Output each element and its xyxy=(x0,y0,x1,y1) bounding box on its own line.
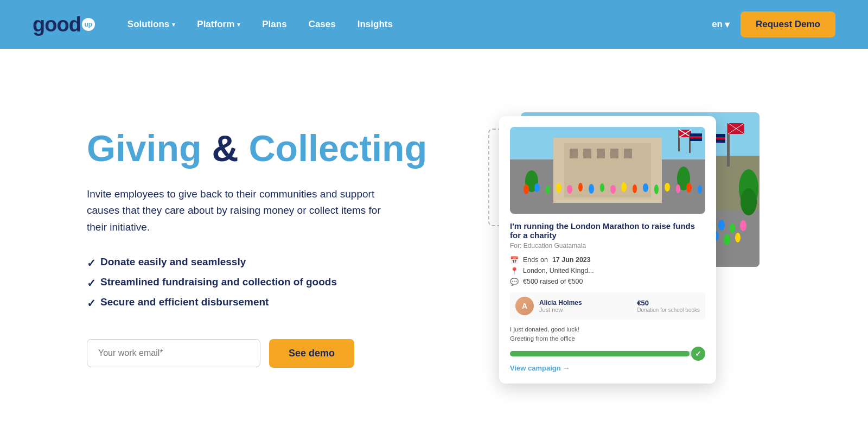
svg-point-105 xyxy=(643,183,648,192)
nav-label-plans: Plans xyxy=(262,19,286,30)
card-meta: 📅 Ends on 17 Jun 2023 📍 London, United K… xyxy=(510,256,705,286)
svg-rect-90 xyxy=(610,149,618,158)
donor-amount-section: €50 Donation for school books xyxy=(637,299,700,313)
svg-point-104 xyxy=(633,184,637,193)
nav-item-plans[interactable]: Plans xyxy=(262,19,286,30)
progress-check-icon: ✓ xyxy=(691,347,705,361)
hero-title-part1: Giving xyxy=(87,127,202,169)
location-icon: 📍 xyxy=(510,267,519,275)
donor-info: Alicia Holmes Just now xyxy=(539,299,631,313)
donor-avatar: A xyxy=(515,297,534,315)
hero-title-ampersand: & xyxy=(212,127,248,169)
left-content: Giving & Collecting Invite employees to … xyxy=(87,128,456,368)
nav-label-solutions: Solutions xyxy=(127,19,169,30)
right-content: I'm running the London Marathon to raise… xyxy=(499,112,760,384)
svg-point-95 xyxy=(534,183,540,192)
svg-point-106 xyxy=(654,184,659,194)
svg-point-102 xyxy=(610,185,616,194)
checkmark-text-2: Streamlined fundraising and collection o… xyxy=(100,273,337,291)
cta-row: See demo xyxy=(87,339,456,368)
logo[interactable]: goodup xyxy=(33,13,95,36)
svg-point-109 xyxy=(686,183,692,193)
svg-point-99 xyxy=(578,183,583,191)
nav-item-solutions[interactable]: Solutions ▾ xyxy=(127,19,175,30)
svg-rect-87 xyxy=(570,149,578,158)
progress-bar-fill xyxy=(510,351,690,356)
chevron-down-icon: ▾ xyxy=(172,21,175,28)
card-for-value: Education Guatamala xyxy=(524,242,586,250)
hero-title-part2: Collecting xyxy=(248,127,427,169)
logo-sup: up xyxy=(82,18,95,31)
card-location: London, United Kingd... xyxy=(523,267,594,274)
checkmark-item-1: ✓ Donate easily and seamlessly xyxy=(87,253,456,273)
checkmark-text-1: Donate easily and seamlessly xyxy=(100,253,246,271)
donation-row: A Alicia Holmes Just now €50 Donation fo… xyxy=(510,292,705,320)
language-selector[interactable]: en ▾ xyxy=(712,19,730,30)
svg-point-103 xyxy=(621,182,627,192)
svg-point-62 xyxy=(735,233,741,242)
checkmark-icon-1: ✓ xyxy=(87,253,96,273)
calendar-icon: 📅 xyxy=(510,256,519,264)
svg-point-41 xyxy=(718,220,725,231)
checkmark-text-3: Secure and efficient disbursement xyxy=(100,293,269,311)
donor-amount: €50 xyxy=(637,299,700,307)
checkmark-icon-2: ✓ xyxy=(87,273,96,293)
card-meta-raised: 💬 €500 raised of €500 xyxy=(510,278,705,286)
donor-time: Just now xyxy=(539,306,631,313)
donor-label: Donation for school books xyxy=(637,307,700,313)
nav-right: en ▾ Request Demo xyxy=(712,11,835,37)
card-campaign-title: I'm running the London Marathon to raise… xyxy=(510,221,705,240)
svg-point-97 xyxy=(556,183,561,193)
checkmark-item-2: ✓ Streamlined fundraising and collection… xyxy=(87,273,456,293)
svg-point-43 xyxy=(740,220,746,231)
main-content: Giving & Collecting Invite employees to … xyxy=(0,49,868,447)
chevron-down-icon: ▾ xyxy=(725,19,730,30)
greeting-text: I just donated, good luck! Greeting from… xyxy=(510,325,705,344)
nav-label-insights: Insights xyxy=(358,19,393,30)
campaign-card: I'm running the London Marathon to raise… xyxy=(499,116,716,384)
card-photo xyxy=(510,127,705,214)
card-ends-date: 17 Jun 2023 xyxy=(552,256,591,264)
see-demo-button[interactable]: See demo xyxy=(269,339,354,368)
svg-point-98 xyxy=(567,185,572,194)
svg-point-101 xyxy=(600,183,604,192)
svg-rect-88 xyxy=(583,149,591,158)
svg-point-42 xyxy=(730,224,735,233)
svg-point-100 xyxy=(589,184,594,194)
nav-item-cases[interactable]: Cases xyxy=(309,19,336,30)
card-meta-date: 📅 Ends on 17 Jun 2023 xyxy=(510,256,705,264)
nav-item-platform[interactable]: Platform ▾ xyxy=(197,19,240,30)
svg-point-108 xyxy=(676,184,680,193)
donor-name: Alicia Holmes xyxy=(539,299,631,306)
hero-title: Giving & Collecting xyxy=(87,128,456,169)
lang-label: en xyxy=(712,19,723,30)
greeting-line2: Greeting from the office xyxy=(510,335,575,342)
svg-point-61 xyxy=(724,234,730,245)
request-demo-button[interactable]: Request Demo xyxy=(741,11,835,37)
progress-bar-background xyxy=(510,351,705,356)
svg-rect-117 xyxy=(690,136,702,138)
nav-label-platform: Platform xyxy=(197,19,234,30)
card-for-label: For: xyxy=(510,242,521,250)
card-meta-location: 📍 London, United Kingd... xyxy=(510,267,705,275)
card-for: For: Education Guatamala xyxy=(510,242,705,250)
hero-description: Invite employees to give back to their c… xyxy=(87,186,401,235)
svg-rect-89 xyxy=(597,149,605,158)
nav-label-cases: Cases xyxy=(309,19,336,30)
view-campaign-link[interactable]: View campaign → xyxy=(510,364,570,372)
svg-point-110 xyxy=(698,185,702,194)
progress-bar-container: ✓ xyxy=(510,351,705,356)
email-input[interactable] xyxy=(87,339,260,367)
navbar: goodup Solutions ▾ Platform ▾ Plans Case… xyxy=(0,0,868,49)
checkmark-icon-3: ✓ xyxy=(87,293,96,313)
logo-text: good xyxy=(33,13,81,36)
money-icon: 💬 xyxy=(510,278,519,286)
checkmarks-list: ✓ Donate easily and seamlessly ✓ Streaml… xyxy=(87,253,456,313)
svg-point-107 xyxy=(665,183,670,191)
svg-point-96 xyxy=(546,186,550,194)
card-ends-label: Ends on xyxy=(523,256,548,264)
card-raised: €500 raised of €500 xyxy=(523,278,583,285)
svg-rect-91 xyxy=(624,149,632,158)
nav-item-insights[interactable]: Insights xyxy=(358,19,393,30)
svg-point-94 xyxy=(524,184,529,194)
